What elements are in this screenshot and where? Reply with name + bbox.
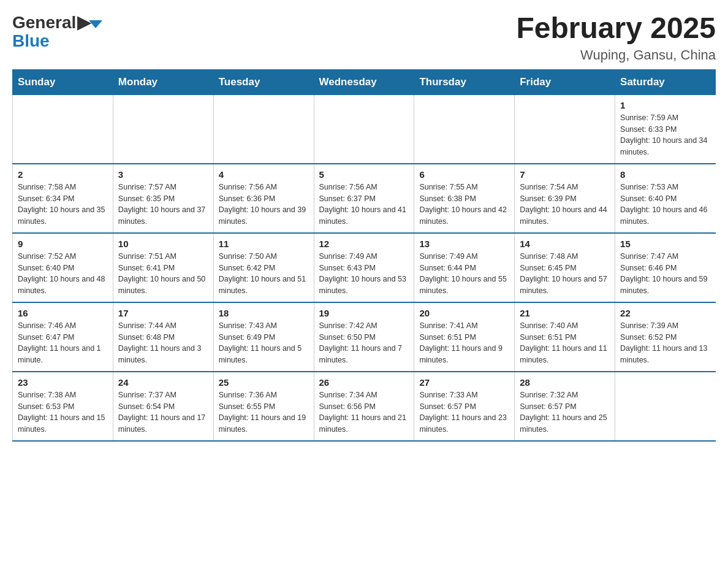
day-number: 11: [219, 239, 309, 249]
day-info: Sunrise: 7:34 AM Sunset: 6:56 PM Dayligh…: [319, 389, 409, 435]
calendar-cell: 16Sunrise: 7:46 AM Sunset: 6:47 PM Dayli…: [13, 302, 113, 372]
title-block: February 2025 Wuping, Gansu, China: [516, 12, 716, 63]
day-info: Sunrise: 7:41 AM Sunset: 6:51 PM Dayligh…: [419, 320, 509, 366]
day-number: 28: [520, 377, 610, 388]
calendar-cell: [113, 94, 213, 164]
calendar-cell: 10Sunrise: 7:51 AM Sunset: 6:41 PM Dayli…: [113, 233, 213, 302]
day-info: Sunrise: 7:54 AM Sunset: 6:39 PM Dayligh…: [520, 182, 610, 228]
calendar-cell: 13Sunrise: 7:49 AM Sunset: 6:44 PM Dayli…: [414, 233, 515, 302]
day-number: 7: [520, 169, 610, 180]
logo-blue-text: Blue: [12, 33, 50, 50]
calendar-table: SundayMondayTuesdayWednesdayThursdayFrid…: [12, 69, 716, 442]
calendar-cell: 22Sunrise: 7:39 AM Sunset: 6:52 PM Dayli…: [615, 302, 716, 372]
calendar-cell: 21Sunrise: 7:40 AM Sunset: 6:51 PM Dayli…: [515, 302, 615, 372]
logo-general-text: General: [12, 14, 76, 31]
day-number: 6: [419, 169, 509, 180]
day-info: Sunrise: 7:40 AM Sunset: 6:51 PM Dayligh…: [520, 320, 610, 366]
calendar-week-row: 16Sunrise: 7:46 AM Sunset: 6:47 PM Dayli…: [13, 302, 716, 372]
calendar-cell: 7Sunrise: 7:54 AM Sunset: 6:39 PM Daylig…: [515, 164, 615, 233]
day-number: 27: [419, 377, 509, 388]
day-info: Sunrise: 7:37 AM Sunset: 6:54 PM Dayligh…: [118, 389, 208, 435]
day-of-week-header: Friday: [515, 69, 615, 94]
calendar-cell: [13, 94, 113, 164]
month-title: February 2025: [516, 12, 716, 45]
day-info: Sunrise: 7:58 AM Sunset: 6:34 PM Dayligh…: [18, 182, 108, 228]
day-info: Sunrise: 7:49 AM Sunset: 6:44 PM Dayligh…: [419, 251, 509, 297]
day-info: Sunrise: 7:51 AM Sunset: 6:41 PM Dayligh…: [118, 251, 208, 297]
day-number: 19: [319, 308, 409, 318]
calendar-cell: 18Sunrise: 7:43 AM Sunset: 6:49 PM Dayli…: [213, 302, 314, 372]
day-info: Sunrise: 7:39 AM Sunset: 6:52 PM Dayligh…: [620, 320, 710, 366]
calendar-cell: 27Sunrise: 7:33 AM Sunset: 6:57 PM Dayli…: [414, 372, 515, 441]
calendar-cell: 9Sunrise: 7:52 AM Sunset: 6:40 PM Daylig…: [13, 233, 113, 302]
day-number: 22: [620, 308, 710, 318]
day-of-week-header: Monday: [113, 69, 213, 94]
calendar-header-row: SundayMondayTuesdayWednesdayThursdayFrid…: [13, 69, 716, 94]
day-info: Sunrise: 7:47 AM Sunset: 6:46 PM Dayligh…: [620, 251, 710, 297]
day-number: 21: [520, 308, 610, 318]
day-info: Sunrise: 7:48 AM Sunset: 6:45 PM Dayligh…: [520, 251, 610, 297]
day-info: Sunrise: 7:52 AM Sunset: 6:40 PM Dayligh…: [18, 251, 108, 297]
day-number: 20: [419, 308, 509, 318]
day-info: Sunrise: 7:50 AM Sunset: 6:42 PM Dayligh…: [219, 251, 309, 297]
calendar-cell: 20Sunrise: 7:41 AM Sunset: 6:51 PM Dayli…: [414, 302, 515, 372]
calendar-cell: 8Sunrise: 7:53 AM Sunset: 6:40 PM Daylig…: [615, 164, 716, 233]
day-number: 18: [219, 308, 309, 318]
day-number: 8: [620, 169, 710, 180]
calendar-week-row: 9Sunrise: 7:52 AM Sunset: 6:40 PM Daylig…: [13, 233, 716, 302]
calendar-cell: 19Sunrise: 7:42 AM Sunset: 6:50 PM Dayli…: [314, 302, 414, 372]
page-header: General ▶ Blue February 2025 Wuping, Gan…: [12, 12, 716, 63]
calendar-cell: 4Sunrise: 7:56 AM Sunset: 6:36 PM Daylig…: [213, 164, 314, 233]
day-number: 23: [18, 377, 108, 388]
calendar-cell: 14Sunrise: 7:48 AM Sunset: 6:45 PM Dayli…: [515, 233, 615, 302]
day-number: 15: [620, 239, 710, 249]
day-of-week-header: Sunday: [13, 69, 113, 94]
day-number: 5: [319, 169, 409, 180]
day-number: 14: [520, 239, 610, 249]
calendar-cell: 24Sunrise: 7:37 AM Sunset: 6:54 PM Dayli…: [113, 372, 213, 441]
day-info: Sunrise: 7:42 AM Sunset: 6:50 PM Dayligh…: [319, 320, 409, 366]
day-info: Sunrise: 7:38 AM Sunset: 6:53 PM Dayligh…: [18, 389, 108, 435]
calendar-cell: [615, 372, 716, 441]
day-number: 16: [18, 308, 108, 318]
calendar-week-row: 23Sunrise: 7:38 AM Sunset: 6:53 PM Dayli…: [13, 372, 716, 441]
day-info: Sunrise: 7:46 AM Sunset: 6:47 PM Dayligh…: [18, 320, 108, 366]
calendar-cell: [314, 94, 414, 164]
calendar-cell: 28Sunrise: 7:32 AM Sunset: 6:57 PM Dayli…: [515, 372, 615, 441]
day-number: 17: [118, 308, 208, 318]
day-number: 10: [118, 239, 208, 249]
day-info: Sunrise: 7:55 AM Sunset: 6:38 PM Dayligh…: [419, 182, 509, 228]
day-of-week-header: Thursday: [414, 69, 515, 94]
logo: General ▶ Blue: [12, 12, 102, 50]
logo-arrow-icon: [89, 20, 102, 28]
calendar-cell: 3Sunrise: 7:57 AM Sunset: 6:35 PM Daylig…: [113, 164, 213, 233]
calendar-cell: 1Sunrise: 7:59 AM Sunset: 6:33 PM Daylig…: [615, 94, 716, 164]
day-of-week-header: Tuesday: [213, 69, 314, 94]
calendar-cell: 12Sunrise: 7:49 AM Sunset: 6:43 PM Dayli…: [314, 233, 414, 302]
day-info: Sunrise: 7:44 AM Sunset: 6:48 PM Dayligh…: [118, 320, 208, 366]
location: Wuping, Gansu, China: [516, 47, 716, 63]
day-info: Sunrise: 7:56 AM Sunset: 6:37 PM Dayligh…: [319, 182, 409, 228]
calendar-week-row: 2Sunrise: 7:58 AM Sunset: 6:34 PM Daylig…: [13, 164, 716, 233]
day-of-week-header: Saturday: [615, 69, 716, 94]
day-info: Sunrise: 7:43 AM Sunset: 6:49 PM Dayligh…: [219, 320, 309, 366]
calendar-cell: 23Sunrise: 7:38 AM Sunset: 6:53 PM Dayli…: [13, 372, 113, 441]
day-info: Sunrise: 7:53 AM Sunset: 6:40 PM Dayligh…: [620, 182, 710, 228]
calendar-cell: [414, 94, 515, 164]
day-info: Sunrise: 7:49 AM Sunset: 6:43 PM Dayligh…: [319, 251, 409, 297]
day-info: Sunrise: 7:36 AM Sunset: 6:55 PM Dayligh…: [219, 389, 309, 435]
calendar-cell: 17Sunrise: 7:44 AM Sunset: 6:48 PM Dayli…: [113, 302, 213, 372]
day-info: Sunrise: 7:57 AM Sunset: 6:35 PM Dayligh…: [118, 182, 208, 228]
calendar-cell: [515, 94, 615, 164]
day-number: 13: [419, 239, 509, 249]
calendar-cell: 11Sunrise: 7:50 AM Sunset: 6:42 PM Dayli…: [213, 233, 314, 302]
day-info: Sunrise: 7:33 AM Sunset: 6:57 PM Dayligh…: [419, 389, 509, 435]
day-of-week-header: Wednesday: [314, 69, 414, 94]
day-number: 2: [18, 169, 108, 180]
calendar-cell: 25Sunrise: 7:36 AM Sunset: 6:55 PM Dayli…: [213, 372, 314, 441]
calendar-cell: 5Sunrise: 7:56 AM Sunset: 6:37 PM Daylig…: [314, 164, 414, 233]
day-number: 9: [18, 239, 108, 249]
calendar-cell: [213, 94, 314, 164]
day-number: 24: [118, 377, 208, 388]
calendar-cell: 15Sunrise: 7:47 AM Sunset: 6:46 PM Dayli…: [615, 233, 716, 302]
